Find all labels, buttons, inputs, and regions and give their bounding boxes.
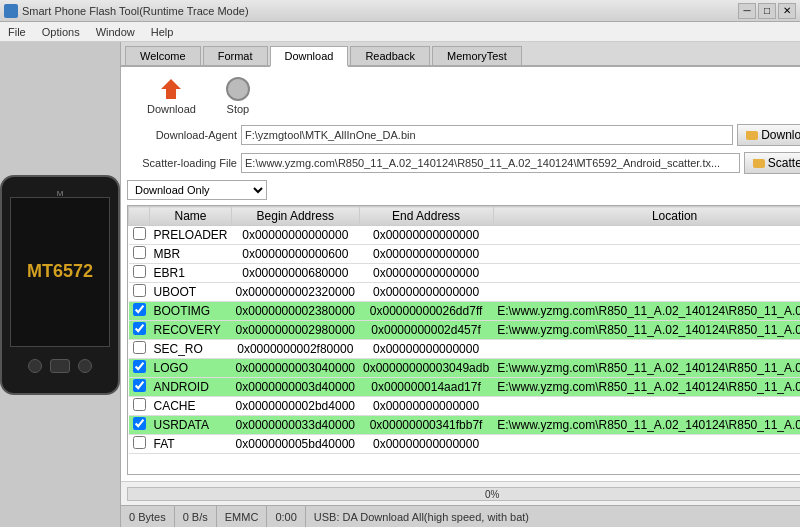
minimize-btn[interactable]: ─ — [738, 3, 756, 19]
row-location — [493, 283, 800, 302]
content-panel: Welcome Format Download Readback MemoryT… — [121, 42, 800, 527]
main-container: M MT6572 Welcome Format Download Readbac… — [0, 42, 800, 527]
phone-model: MT6572 — [27, 261, 93, 282]
close-btn[interactable]: ✕ — [778, 3, 796, 19]
agent-btn-label: Download Agent — [761, 128, 800, 142]
row-checkbox[interactable] — [133, 265, 146, 278]
table-row[interactable]: UBOOT0x00000000023200000x00000000000000 — [129, 283, 801, 302]
menu-help[interactable]: Help — [147, 24, 178, 40]
row-location — [493, 245, 800, 264]
progress-label: 0% — [485, 489, 499, 500]
row-name: RECOVERY — [150, 321, 232, 340]
menu-window[interactable]: Window — [92, 24, 139, 40]
table-row[interactable]: RECOVERY0x00000000029800000x0000000002d4… — [129, 321, 801, 340]
tab-download[interactable]: Download — [270, 46, 349, 67]
phone-home-btn — [50, 359, 70, 373]
stop-icon[interactable] — [226, 77, 250, 101]
dropdown-row: Download Only Firmware Upgrade Format Al… — [127, 180, 800, 200]
menu-bar: File Options Window Help — [0, 22, 800, 42]
table-row[interactable]: CACHE0x0000000002bd40000x00000000000000 — [129, 397, 801, 416]
progress-bar: 0% — [127, 487, 800, 501]
row-location: E:\www.yzmg.com\R850_11_A.02_140124\R850… — [493, 321, 800, 340]
agent-row: Download-Agent Download Agent — [127, 124, 800, 146]
row-location — [493, 397, 800, 416]
partition-table: Name Begin Address End Address Location … — [127, 205, 800, 475]
row-checkbox[interactable] — [133, 341, 146, 354]
row-location — [493, 264, 800, 283]
menu-options[interactable]: Options — [38, 24, 84, 40]
phone-screen: MT6572 — [10, 197, 110, 347]
status-message: USB: DA Download All(high speed, with ba… — [306, 506, 800, 527]
tab-format[interactable]: Format — [203, 46, 268, 65]
content-area: Download Stop Download-Agent Download Ag… — [121, 67, 800, 481]
app-icon — [4, 4, 18, 18]
row-begin: 0x000000005bd40000 — [232, 435, 359, 454]
stop-action[interactable]: Stop — [226, 77, 250, 115]
row-checkbox[interactable] — [133, 227, 146, 240]
col-header-begin: Begin Address — [232, 207, 359, 226]
row-location — [493, 340, 800, 359]
row-name: PRELOADER — [150, 226, 232, 245]
row-name: MBR — [150, 245, 232, 264]
row-checkbox[interactable] — [133, 379, 146, 392]
tab-memorytest[interactable]: MemoryTest — [432, 46, 522, 65]
row-checkbox[interactable] — [133, 284, 146, 297]
table-row[interactable]: LOGO0x00000000030400000x00000000003049ad… — [129, 359, 801, 378]
row-checkbox[interactable] — [133, 436, 146, 449]
row-name: LOGO — [150, 359, 232, 378]
status-speed: 0 B/s — [175, 506, 217, 527]
row-location: E:\www.yzmg.com\R850_11_A.02_140124\R850… — [493, 302, 800, 321]
scatter-row: Scatter-loading File Scatter-loading — [127, 152, 800, 174]
row-checkbox[interactable] — [133, 322, 146, 335]
tab-welcome[interactable]: Welcome — [125, 46, 201, 65]
row-begin: 0x00000000000000 — [232, 226, 359, 245]
row-checkbox[interactable] — [133, 398, 146, 411]
row-begin: 0x00000000000600 — [232, 245, 359, 264]
row-checkbox[interactable] — [133, 360, 146, 373]
row-end: 0x00000000000000 — [359, 435, 493, 454]
status-storage: EMMC — [217, 506, 268, 527]
row-checkbox[interactable] — [133, 303, 146, 316]
row-end: 0x00000000000000 — [359, 226, 493, 245]
tab-readback[interactable]: Readback — [350, 46, 430, 65]
table-row[interactable]: EBR10x000000006800000x00000000000000 — [129, 264, 801, 283]
row-begin: 0x0000000003040000 — [232, 359, 359, 378]
row-name: FAT — [150, 435, 232, 454]
progress-area: 0% — [121, 481, 800, 505]
agent-input[interactable] — [241, 125, 733, 145]
row-begin: 0x0000000002380000 — [232, 302, 359, 321]
row-checkbox[interactable] — [133, 417, 146, 430]
row-end: 0x00000000000000 — [359, 340, 493, 359]
svg-marker-0 — [161, 79, 181, 99]
menu-file[interactable]: File — [4, 24, 30, 40]
row-end: 0x0000000002d457f — [359, 321, 493, 340]
window-title: Smart Phone Flash Tool(Runtime Trace Mod… — [22, 5, 249, 17]
status-bar: 0 Bytes 0 B/s EMMC 0:00 USB: DA Download… — [121, 505, 800, 527]
agent-button[interactable]: Download Agent — [737, 124, 800, 146]
table-row[interactable]: SEC_RO0x0000000002f800000x00000000000000 — [129, 340, 801, 359]
tab-bar: Welcome Format Download Readback MemoryT… — [121, 42, 800, 67]
mode-dropdown[interactable]: Download Only Firmware Upgrade Format Al… — [127, 180, 267, 200]
maximize-btn[interactable]: □ — [758, 3, 776, 19]
folder-icon — [746, 131, 758, 140]
window-controls[interactable]: ─ □ ✕ — [738, 3, 796, 19]
row-location — [493, 435, 800, 454]
scatter-button[interactable]: Scatter-loading — [744, 152, 800, 174]
table-row[interactable]: MBR0x000000000006000x00000000000000 — [129, 245, 801, 264]
download-label: Download — [147, 103, 196, 115]
download-action[interactable]: Download — [147, 77, 196, 115]
col-header-end: End Address — [359, 207, 493, 226]
table-row[interactable]: PRELOADER0x000000000000000x0000000000000… — [129, 226, 801, 245]
scatter-input[interactable] — [241, 153, 740, 173]
row-checkbox[interactable] — [133, 246, 146, 259]
action-row: Download Stop — [127, 73, 800, 119]
row-location: E:\www.yzmg.com\R850_11_A.02_140124\R850… — [493, 378, 800, 397]
table-row[interactable]: ANDROID0x0000000003d400000x000000014aad1… — [129, 378, 801, 397]
download-icon[interactable] — [156, 77, 186, 101]
col-header-check — [129, 207, 150, 226]
status-bytes: 0 Bytes — [121, 506, 175, 527]
table-row[interactable]: BOOTIMG0x00000000023800000x00000000026dd… — [129, 302, 801, 321]
table-row[interactable]: FAT0x000000005bd400000x00000000000000 — [129, 435, 801, 454]
table-row[interactable]: USRDATA0x0000000033d400000x00000000341fb… — [129, 416, 801, 435]
stop-label: Stop — [227, 103, 250, 115]
